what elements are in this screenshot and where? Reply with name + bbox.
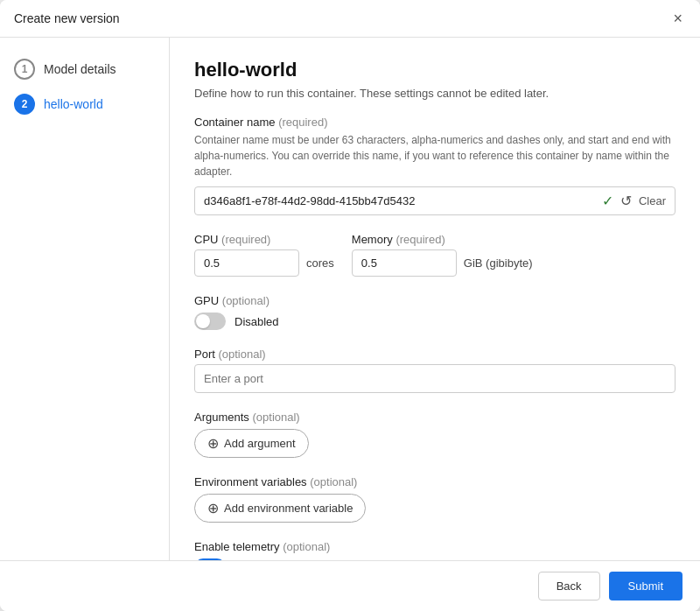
- gpu-toggle-row: Disabled: [194, 313, 676, 330]
- page-description: Define how to run this container. These …: [194, 87, 676, 100]
- telemetry-group: Enable telemetry (optional) Enabled: [194, 540, 676, 560]
- cpu-input[interactable]: [194, 249, 299, 277]
- telemetry-optional: (optional): [283, 540, 330, 553]
- create-version-modal: Create new version × 1 Model details 2 h…: [0, 0, 700, 611]
- env-variables-label: Environment variables (optional): [194, 475, 676, 488]
- clear-button[interactable]: Clear: [639, 194, 666, 207]
- port-label: Port (optional): [194, 348, 676, 361]
- cpu-label: CPU (required): [194, 233, 334, 246]
- memory-input-row: GiB (gibibyte): [352, 249, 533, 277]
- container-name-hint: Container name must be under 63 characte…: [194, 132, 676, 179]
- container-name-input-wrapper: ✓ ↺ Clear: [194, 186, 676, 215]
- gpu-label: GPU (optional): [194, 294, 676, 307]
- cpu-group: CPU (required) cores: [194, 233, 334, 277]
- sidebar-item-label-hello-world: hello-world: [44, 97, 103, 111]
- container-name-required: (required): [278, 116, 327, 129]
- cpu-required: (required): [221, 233, 270, 246]
- add-argument-button[interactable]: ⊕ Add argument: [194, 429, 309, 458]
- container-name-label: Container name (required): [194, 116, 676, 129]
- arguments-optional: (optional): [253, 411, 300, 424]
- arguments-label: Arguments (optional): [194, 411, 676, 424]
- container-name-group: Container name (required) Container name…: [194, 116, 676, 215]
- step-2-circle: 2: [14, 94, 35, 115]
- step-1-circle: 1: [14, 59, 35, 80]
- modal-header: Create new version ×: [0, 0, 700, 38]
- sidebar-item-model-details[interactable]: 1 Model details: [0, 52, 169, 87]
- modal-footer: Back Submit: [0, 560, 700, 611]
- cpu-input-row: cores: [194, 249, 334, 277]
- close-button[interactable]: ×: [669, 9, 686, 28]
- sidebar-item-hello-world[interactable]: 2 hello-world: [0, 87, 169, 122]
- add-argument-icon: ⊕: [207, 435, 219, 452]
- reset-icon[interactable]: ↺: [620, 193, 632, 209]
- memory-label: Memory (required): [352, 233, 533, 246]
- memory-input[interactable]: [352, 249, 457, 277]
- telemetry-label: Enable telemetry (optional): [194, 540, 676, 553]
- memory-unit: GiB (gibibyte): [464, 256, 533, 270]
- main-content: hello-world Define how to run this conta…: [170, 38, 700, 560]
- sidebar-item-label-model-details: Model details: [44, 62, 116, 76]
- port-optional: (optional): [218, 348, 265, 361]
- gpu-toggle[interactable]: [194, 313, 226, 330]
- cpu-unit: cores: [306, 256, 334, 270]
- submit-button[interactable]: Submit: [609, 572, 682, 600]
- modal-body: 1 Model details 2 hello-world hello-worl…: [0, 38, 700, 560]
- env-variables-group: Environment variables (optional) ⊕ Add e…: [194, 475, 676, 523]
- memory-group: Memory (required) GiB (gibibyte): [352, 233, 533, 277]
- telemetry-toggle[interactable]: [194, 558, 226, 560]
- modal-title: Create new version: [14, 11, 120, 25]
- container-name-input[interactable]: [204, 187, 602, 214]
- check-icon: ✓: [602, 193, 613, 209]
- arguments-group: Arguments (optional) ⊕ Add argument: [194, 411, 676, 458]
- cpu-memory-row: CPU (required) cores Memory (required): [194, 233, 676, 294]
- sidebar: 1 Model details 2 hello-world: [0, 38, 170, 560]
- port-input[interactable]: [194, 364, 676, 393]
- gpu-toggle-label: Disabled: [234, 315, 279, 328]
- page-title: hello-world: [194, 59, 676, 81]
- container-name-actions: ✓ ↺ Clear: [602, 193, 666, 209]
- gpu-optional: (optional): [222, 294, 270, 307]
- add-env-icon: ⊕: [207, 500, 219, 516]
- back-button[interactable]: Back: [538, 572, 600, 600]
- port-group: Port (optional): [194, 348, 676, 393]
- gpu-group: GPU (optional) Disabled: [194, 294, 676, 330]
- add-env-variable-button[interactable]: ⊕ Add environment variable: [194, 494, 366, 523]
- memory-required: (required): [396, 233, 444, 246]
- env-variables-optional: (optional): [310, 475, 357, 488]
